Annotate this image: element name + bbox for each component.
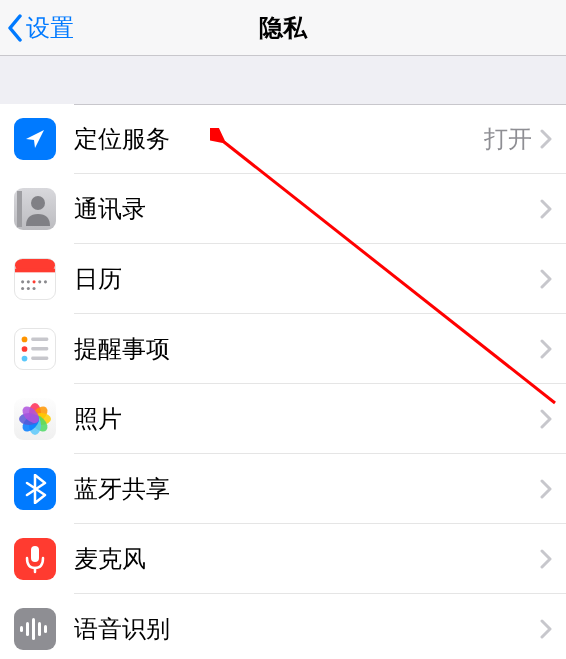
svg-rect-13 [31, 338, 48, 341]
svg-point-11 [33, 287, 36, 290]
svg-point-4 [21, 280, 24, 283]
calendar-icon [14, 258, 56, 300]
speech-row[interactable]: 语音识别 [0, 594, 566, 659]
chevron-right-icon [540, 269, 552, 289]
nav-header: 设置 隐私 [0, 0, 566, 56]
chevron-right-icon [540, 199, 552, 219]
location-icon [14, 118, 56, 160]
chevron-right-icon [540, 129, 552, 149]
svg-rect-15 [31, 347, 48, 350]
row-label: 提醒事项 [74, 333, 540, 365]
row-label: 蓝牙共享 [74, 473, 540, 505]
contacts-icon [14, 188, 56, 230]
row-label: 定位服务 [74, 123, 484, 155]
back-label: 设置 [26, 12, 74, 44]
svg-point-12 [22, 337, 28, 343]
svg-point-10 [27, 287, 30, 290]
svg-point-8 [44, 280, 47, 283]
svg-rect-28 [20, 626, 23, 632]
svg-point-6 [33, 280, 36, 283]
calendar-row[interactable]: 日历 [0, 244, 566, 314]
svg-point-1 [31, 196, 45, 210]
chevron-right-icon [540, 479, 552, 499]
microphone-row[interactable]: 麦克风 [0, 524, 566, 594]
page-title: 隐私 [259, 12, 307, 44]
photos-icon [14, 398, 56, 440]
chevron-right-icon [540, 409, 552, 429]
svg-point-16 [22, 356, 28, 362]
chevron-right-icon [540, 619, 552, 639]
contacts-row[interactable]: 通讯录 [0, 174, 566, 244]
back-button[interactable]: 设置 [0, 12, 74, 44]
row-value: 打开 [484, 123, 532, 155]
row-label: 照片 [74, 403, 540, 435]
chevron-right-icon [540, 339, 552, 359]
svg-point-14 [22, 346, 28, 352]
svg-rect-31 [38, 622, 41, 636]
svg-point-5 [27, 280, 30, 283]
microphone-icon [14, 538, 56, 580]
svg-point-7 [38, 280, 41, 283]
speech-icon [14, 608, 56, 650]
bluetooth-icon [14, 468, 56, 510]
row-label: 日历 [74, 263, 540, 295]
svg-rect-3 [15, 269, 55, 273]
svg-point-9 [21, 287, 24, 290]
row-label: 语音识别 [74, 613, 540, 645]
row-label: 通讯录 [74, 193, 540, 225]
svg-rect-29 [26, 622, 29, 636]
photos-row[interactable]: 照片 [0, 384, 566, 454]
svg-rect-30 [32, 618, 35, 640]
row-label: 麦克风 [74, 543, 540, 575]
reminders-icon [14, 328, 56, 370]
svg-rect-32 [44, 625, 47, 633]
chevron-right-icon [540, 549, 552, 569]
location-row[interactable]: 定位服务 打开 [0, 104, 566, 174]
svg-rect-26 [31, 546, 39, 562]
section-spacer [0, 56, 566, 104]
reminders-row[interactable]: 提醒事项 [0, 314, 566, 384]
svg-rect-0 [17, 191, 22, 227]
bluetooth-row[interactable]: 蓝牙共享 [0, 454, 566, 524]
settings-list: 定位服务 打开 通讯录 日历 提醒事项 [0, 104, 566, 659]
svg-rect-17 [31, 357, 48, 360]
back-chevron-icon [6, 14, 24, 42]
